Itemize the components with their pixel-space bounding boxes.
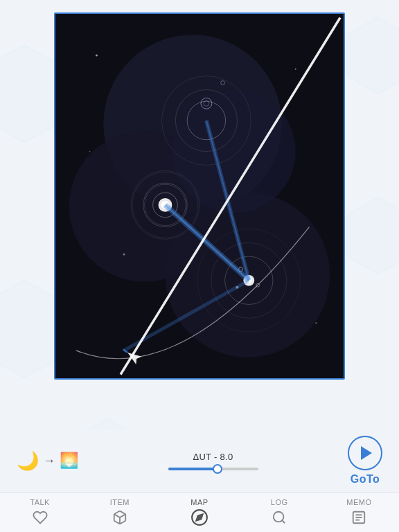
hex-bg-right-mid — [344, 194, 399, 280]
sun-icon: 🌅 — [60, 452, 78, 470]
svg-point-41 — [123, 254, 125, 256]
nav-item-map[interactable]: MAP — [159, 498, 239, 526]
goto-play-icon — [361, 446, 372, 460]
nav-item-memo[interactable]: MEMO — [319, 498, 399, 526]
moon-sun-transition: 🌙 → 🌅 — [17, 450, 78, 472]
svg-point-9 — [172, 89, 295, 213]
nav-item-log[interactable]: LOG — [240, 498, 319, 526]
box-icon — [111, 508, 129, 526]
svg-point-39 — [96, 54, 98, 56]
arrow-icon: → — [43, 454, 55, 468]
hex-bg-right-top — [344, 14, 399, 100]
nav-label-item: ITEM — [110, 498, 130, 506]
nav-label-talk: TALK — [30, 498, 50, 506]
nav-label-memo: MEMO — [346, 498, 371, 506]
nav-label-log: LOG — [271, 498, 288, 506]
ut-label: ΔUT - 8.0 — [193, 452, 233, 462]
goto-button[interactable]: GoTo — [348, 436, 382, 486]
memo-icon — [350, 508, 368, 526]
map-svg — [55, 14, 344, 378]
star-map[interactable] — [54, 12, 345, 380]
slider-fill — [168, 468, 218, 470]
nav-bar: TALK ITEM MAP LOG — [0, 492, 399, 532]
goto-label: GoTo — [351, 473, 380, 486]
search-icon — [270, 508, 288, 526]
svg-point-40 — [295, 69, 296, 70]
svg-marker-46 — [196, 514, 202, 520]
moon-icon: 🌙 — [17, 450, 39, 472]
nav-label-map: MAP — [190, 498, 208, 506]
svg-point-42 — [315, 322, 317, 323]
svg-point-47 — [274, 512, 284, 522]
svg-marker-1 — [347, 17, 399, 94]
svg-marker-2 — [347, 197, 399, 274]
svg-line-48 — [282, 520, 285, 523]
heart-icon — [31, 508, 49, 526]
slider-track[interactable] — [168, 468, 258, 470]
goto-circle — [348, 436, 382, 470]
slider-thumb[interactable] — [213, 464, 222, 474]
svg-point-43 — [89, 151, 91, 152]
ut-slider-area: ΔUT - 8.0 — [168, 452, 258, 470]
compass-icon — [190, 508, 209, 526]
controls-area: 🌙 → 🌅 ΔUT - 8.0 GoTo — [0, 429, 399, 492]
nav-item-item[interactable]: ITEM — [80, 498, 159, 526]
nav-item-talk[interactable]: TALK — [0, 498, 80, 526]
